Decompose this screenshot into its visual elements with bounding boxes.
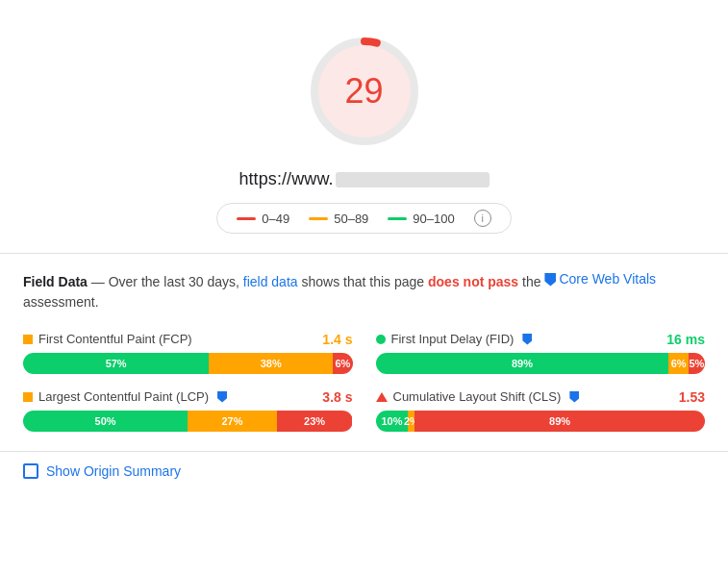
score-legend: 0–49 50–89 90–100 i [216, 203, 511, 234]
metric-cls-bar-poor: 89% [414, 411, 705, 432]
score-value: 29 [344, 71, 383, 112]
metric-fcp-header: First Contentful Paint (FCP) 1.4 s [23, 332, 353, 347]
metric-fcp-indicator [23, 335, 33, 344]
metric-lcp-bar: 50% 27% 23% [23, 411, 353, 432]
metric-fid: First Input Delay (FID) 16 ms 89% 6% 5% [376, 332, 706, 374]
legend-average-dash [309, 217, 328, 220]
metric-fid-value: 16 ms [666, 332, 705, 347]
metric-lcp-bar-avg: 27% [188, 411, 276, 432]
metric-fid-header: First Input Delay (FID) 16 ms [376, 332, 706, 347]
metric-cls: Cumulative Layout Shift (CLS) 1.53 10% 2… [376, 389, 706, 432]
origin-summary-section: Show Origin Summary [0, 451, 728, 498]
legend-good-dash [388, 217, 407, 220]
metric-fid-bar: 89% 6% 5% [376, 353, 706, 374]
metric-fid-bar-avg: 6% [668, 353, 689, 374]
not-pass-text: does not pass [428, 274, 518, 289]
score-circle: 29 [302, 29, 427, 154]
metric-fcp-bar-poor: 6% [333, 353, 352, 374]
metric-lcp-flag [217, 391, 227, 403]
metric-cls-header: Cumulative Layout Shift (CLS) 1.53 [376, 389, 706, 405]
origin-summary-checkbox [23, 463, 38, 479]
field-data-prefix: — Over the last 30 days, [88, 274, 243, 289]
url-blurred [336, 172, 490, 187]
metric-fid-bar-good: 89% [376, 353, 669, 374]
metric-cls-flag [569, 391, 579, 403]
metrics-grid: First Contentful Paint (FCP) 1.4 s 57% 3… [23, 332, 705, 432]
field-data-end: assessment. [23, 294, 99, 310]
section-divider [0, 253, 728, 254]
origin-summary-label: Show Origin Summary [46, 463, 181, 479]
metric-cls-bar-avg: 2% [408, 411, 414, 432]
metric-fid-title-group: First Input Delay (FID) [376, 332, 533, 346]
field-data-middle: shows that this page [298, 274, 428, 289]
legend-good: 90–100 [388, 212, 454, 226]
metric-fcp-title: First Contentful Paint (FCP) [38, 332, 192, 346]
metric-cls-bar: 10% 2% 89% [376, 411, 706, 432]
metric-lcp-indicator [23, 392, 33, 402]
metric-fcp-bar-avg: 38% [209, 353, 333, 374]
legend-average: 50–89 [309, 212, 368, 226]
metric-lcp: Largest Contentful Paint (LCP) 3.8 s 50%… [23, 389, 353, 432]
metric-fcp-bar: 57% 38% 6% [23, 353, 353, 374]
field-data-suffix: the [518, 274, 544, 289]
metric-fid-flag [522, 334, 532, 345]
cwv-flag-icon [544, 273, 556, 287]
metric-lcp-title: Largest Contentful Paint (LCP) [38, 389, 209, 404]
cwv-label[interactable]: Core Web Vitals [559, 269, 656, 289]
cwv-link[interactable]: Core Web Vitals [544, 269, 656, 289]
metric-lcp-value: 3.8 s [322, 389, 352, 405]
metric-fcp: First Contentful Paint (FCP) 1.4 s 57% 3… [23, 332, 353, 374]
legend-good-label: 90–100 [413, 212, 454, 226]
show-origin-summary-button[interactable]: Show Origin Summary [23, 463, 181, 479]
metric-cls-title: Cumulative Layout Shift (CLS) [393, 389, 562, 404]
metric-cls-title-group: Cumulative Layout Shift (CLS) [376, 389, 580, 404]
field-data-title: Field Data [23, 274, 88, 289]
metric-lcp-bar-good: 50% [23, 411, 188, 432]
metric-fid-title: First Input Delay (FID) [391, 332, 515, 346]
legend-poor-dash [237, 217, 256, 220]
legend-info-icon[interactable]: i [474, 210, 491, 227]
legend-average-label: 50–89 [334, 212, 368, 226]
score-section: 29 https://www. 0–49 50–89 90–100 i [0, 0, 728, 253]
url-prefix: https://www. [238, 169, 333, 188]
metric-cls-indicator [376, 392, 388, 402]
legend-poor: 0–49 [237, 212, 289, 226]
metric-fid-indicator [376, 335, 386, 344]
metric-lcp-header: Largest Contentful Paint (LCP) 3.8 s [23, 389, 353, 405]
metric-lcp-title-group: Largest Contentful Paint (LCP) [23, 389, 227, 404]
metric-fid-bar-poor: 5% [689, 353, 705, 374]
field-data-link[interactable]: field data [243, 274, 298, 289]
metric-fcp-bar-good: 57% [23, 353, 209, 374]
metric-fcp-value: 1.4 s [322, 332, 352, 347]
field-data-header: Field Data — Over the last 30 days, fiel… [23, 269, 705, 312]
metric-fcp-title-group: First Contentful Paint (FCP) [23, 332, 192, 346]
url-display: https://www. [238, 169, 489, 189]
field-data-section: Field Data — Over the last 30 days, fiel… [0, 269, 728, 451]
metric-cls-value: 1.53 [679, 389, 705, 405]
legend-poor-label: 0–49 [262, 212, 289, 226]
metric-lcp-bar-poor: 23% [277, 411, 353, 432]
